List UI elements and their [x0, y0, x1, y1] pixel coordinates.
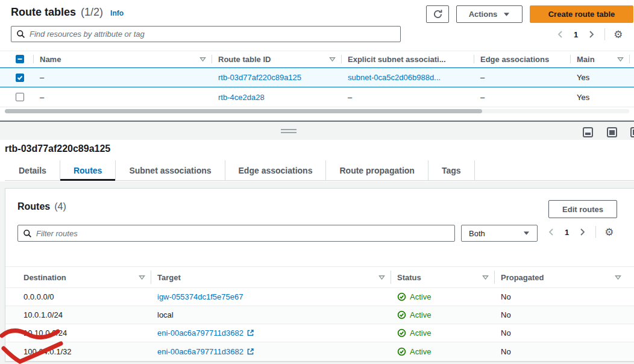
- drag-handle-icon[interactable]: [281, 129, 297, 135]
- preferences-gear-icon[interactable]: ⚙: [614, 30, 623, 40]
- routes-tab-content: Routes (4) Edit routes Both: [0, 181, 634, 364]
- refresh-icon: [433, 9, 443, 19]
- next-page-icon[interactable]: [586, 30, 596, 39]
- split-panel-header-strip: [0, 122, 634, 140]
- divider: [604, 28, 605, 40]
- route-row[interactable]: 100.64.0.1/32 eni-00ac6a797711d3682 Acti…: [5, 342, 634, 360]
- row-checkbox[interactable]: [16, 74, 24, 82]
- propagated-cell: No: [495, 310, 634, 319]
- propagated-cell: No: [495, 328, 634, 337]
- panel-position-bottom-icon[interactable]: [582, 127, 594, 138]
- route-row[interactable]: 10.10.0.0/24 eni-00ac6a797711d3682 Activ…: [5, 324, 634, 342]
- target-link[interactable]: eni-00ac6a797711d3682: [157, 347, 243, 356]
- actions-button-label: Actions: [469, 10, 498, 19]
- select-all-checkbox[interactable]: [16, 55, 24, 63]
- sort-icon: [378, 275, 385, 280]
- sort-icon: [139, 275, 145, 280]
- column-header-name[interactable]: Name: [34, 51, 212, 67]
- column-header-target[interactable]: Target: [151, 267, 391, 287]
- caret-down-icon: [503, 12, 510, 17]
- name-cell: –: [34, 73, 212, 82]
- prev-page-icon[interactable]: [556, 30, 565, 39]
- route-table-id-link[interactable]: rtb-4ce2da28: [218, 93, 265, 102]
- row-checkbox[interactable]: [16, 93, 24, 101]
- page-header: Route tables (1/2) Info: [11, 6, 124, 19]
- column-header-main[interactable]: Main: [571, 51, 630, 67]
- table-row[interactable]: – rtb-03d77af220c89a125 subnet-0ca5c2d06…: [0, 67, 634, 87]
- target-cell: local: [151, 310, 391, 319]
- resource-search: [11, 26, 401, 42]
- status-active-icon: [397, 310, 406, 319]
- panel-position-main-icon[interactable]: [606, 127, 618, 138]
- next-page-icon[interactable]: [577, 227, 587, 237]
- subnet-association-link[interactable]: subnet-0ca5c2d06b988d...: [348, 73, 441, 82]
- column-header-explicit-subnet[interactable]: Explicit subnet associati...: [342, 51, 474, 67]
- divider: [595, 226, 596, 238]
- page-number[interactable]: 1: [565, 228, 569, 237]
- page-number[interactable]: 1: [574, 30, 578, 39]
- route-row[interactable]: 10.0.1.0/24 local Active No: [5, 306, 634, 324]
- route-tables-console: Route tables (1/2) Info Actions Create r…: [0, 0, 634, 364]
- tab-subnet-associations[interactable]: Subnet associations: [116, 160, 225, 180]
- filter-routes-input[interactable]: [36, 229, 450, 238]
- destination-cell: 10.0.1.0/24: [17, 310, 151, 319]
- target-link[interactable]: igw-055374dc1f5e75e67: [157, 292, 243, 301]
- column-header-destination[interactable]: Destination: [17, 267, 151, 287]
- preferences-gear-icon[interactable]: ⚙: [604, 227, 614, 237]
- target-link[interactable]: eni-00ac6a797711d3682: [157, 328, 243, 337]
- split-panel: rtb-03d77af220c89a125 Details Routes Sub…: [0, 121, 634, 364]
- actions-button[interactable]: Actions: [456, 5, 523, 23]
- tab-routes[interactable]: Routes: [60, 160, 116, 180]
- edit-routes-button[interactable]: Edit routes: [548, 200, 617, 218]
- route-row[interactable]: 0.0.0.0/0 igw-055374dc1f5e75e67 Active N…: [5, 288, 634, 306]
- tab-tags[interactable]: Tags: [428, 160, 475, 180]
- tab-edge-associations[interactable]: Edge associations: [225, 160, 327, 180]
- select-all-cell: [5, 51, 34, 67]
- status-label: Active: [410, 328, 431, 337]
- destination-cell: 0.0.0.0/0: [17, 292, 151, 301]
- search-icon: [23, 229, 32, 238]
- main-cell: Yes: [571, 73, 630, 82]
- resource-count: (1/2): [81, 6, 103, 19]
- routes-header-row: Destination Target Status Propagate: [5, 266, 634, 288]
- route-tables-table: Name Route table ID Explicit subnet asso…: [0, 51, 634, 107]
- panel-position-side-icon[interactable]: [630, 127, 634, 138]
- name-cell: –: [34, 93, 212, 102]
- panel-title: rtb-03d77af220c89a125: [5, 143, 110, 154]
- column-header-propagated[interactable]: Propagated: [495, 267, 634, 287]
- tab-route-propagation[interactable]: Route propagation: [326, 160, 428, 180]
- routes-card: Routes (4) Edit routes Both: [5, 188, 634, 362]
- tab-details[interactable]: Details: [5, 160, 60, 180]
- status-active-icon: [397, 328, 406, 337]
- propagated-cell: No: [495, 347, 634, 356]
- destination-cell: 100.64.0.1/32: [17, 347, 151, 356]
- search-input[interactable]: [30, 30, 395, 39]
- edit-routes-label: Edit routes: [562, 205, 603, 214]
- create-route-table-button[interactable]: Create route table: [530, 5, 633, 23]
- sort-icon: [199, 57, 206, 62]
- external-link-icon: [246, 348, 254, 356]
- routes-count: (4): [54, 201, 66, 212]
- route-filter-select[interactable]: Both: [461, 225, 538, 242]
- status-active-icon: [397, 292, 406, 301]
- routes-heading: Routes: [17, 201, 50, 212]
- horizontal-scrollbar: [5, 109, 629, 113]
- subnet-cell: –: [342, 93, 474, 102]
- status-label: Active: [410, 310, 431, 319]
- column-header-route-table-id[interactable]: Route table ID: [212, 51, 342, 67]
- prev-page-icon[interactable]: [547, 227, 556, 237]
- column-header-status[interactable]: Status: [391, 267, 495, 287]
- info-link[interactable]: Info: [110, 9, 124, 17]
- route-table-id-link[interactable]: rtb-03d77af220c89a125: [218, 73, 301, 82]
- main-cell: Yes: [571, 93, 630, 102]
- edge-cell: –: [474, 73, 571, 82]
- routes-table: Destination Target Status Propagate: [5, 266, 634, 360]
- create-route-table-label: Create route table: [548, 10, 615, 19]
- refresh-button[interactable]: [426, 5, 449, 23]
- sort-icon: [329, 57, 336, 62]
- scrollbar-thumb[interactable]: [5, 109, 482, 113]
- caret-down-icon: [523, 231, 530, 236]
- column-header-edge-associations[interactable]: Edge associations: [474, 51, 571, 67]
- status-label: Active: [410, 292, 431, 301]
- table-row[interactable]: – rtb-4ce2da28 – – Yes: [0, 87, 634, 107]
